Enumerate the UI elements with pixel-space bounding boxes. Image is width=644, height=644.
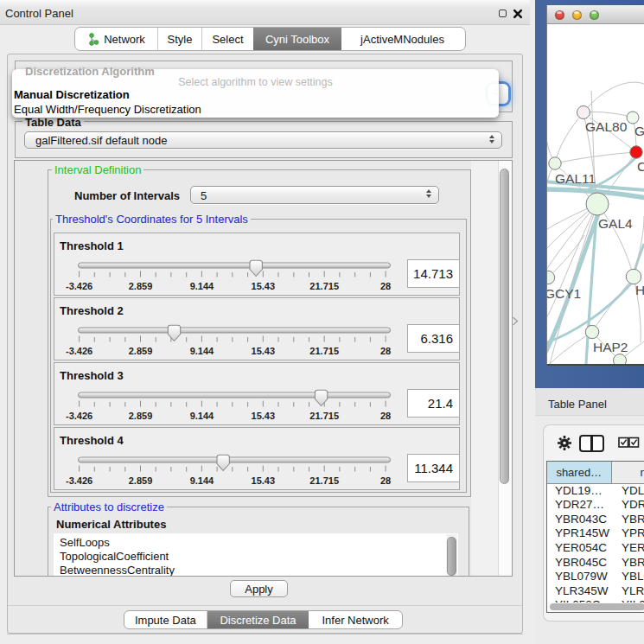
svg-text:GAL11: GAL11 (555, 171, 596, 186)
svg-text:GAL4: GAL4 (598, 216, 633, 231)
svg-text:GCY1: GCY1 (547, 286, 581, 301)
svg-text:GAL80: GAL80 (585, 119, 628, 134)
svg-text:CY: CY (637, 159, 644, 174)
svg-text:HA: HA (635, 283, 644, 297)
svg-text:GA: GA (634, 124, 644, 138)
svg-text:HAP2: HAP2 (593, 340, 628, 354)
